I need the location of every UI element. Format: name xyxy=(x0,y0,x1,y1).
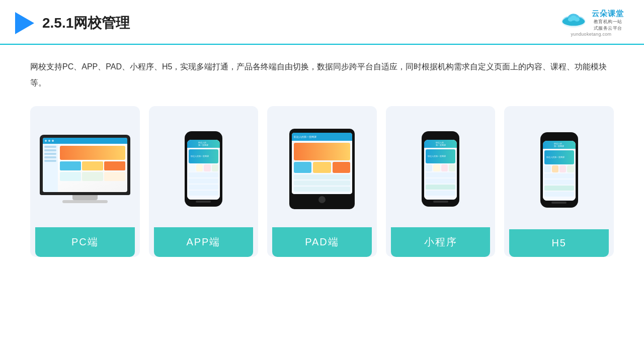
pc-card-3 xyxy=(104,161,125,170)
miniapp-notch xyxy=(435,135,447,138)
tablet-banner xyxy=(294,143,350,160)
h5-list-3 xyxy=(544,186,574,191)
h5-icon-1 xyxy=(544,165,551,172)
miniapp-banner: 职达人的第一堂网课 xyxy=(426,149,455,163)
h5-icon-2 xyxy=(552,165,558,172)
card-label-h5: H5 xyxy=(509,229,609,257)
pc-sidebar-item xyxy=(44,156,56,158)
phone-icon-4 xyxy=(212,164,218,171)
pc-cards-mock xyxy=(60,161,125,170)
tablet-list-3 xyxy=(294,187,350,192)
phone-list-4 xyxy=(189,191,218,196)
phone-notch xyxy=(197,135,209,138)
pad-tablet: 职达人的第一堂网课 xyxy=(289,129,355,209)
pc-main-area xyxy=(43,144,127,192)
miniapp-icons-row xyxy=(426,164,455,171)
logo-area: 云朵课堂 教育机构一站式服务云平台 yunduoketang.com xyxy=(558,9,624,37)
tablet-card-1 xyxy=(294,162,311,173)
tablet-topbar-text: 职达人的第一堂网课 xyxy=(294,135,316,138)
miniapp-content: 职达人的第一堂网课 xyxy=(424,148,457,200)
phone-banner-inner: 职达人的第一堂网课 xyxy=(191,155,209,157)
pc-stand xyxy=(72,195,98,200)
miniapp-list-2 xyxy=(426,178,455,184)
tablet-list xyxy=(294,174,350,192)
phone-list-2 xyxy=(189,178,218,184)
miniapp-phone: 职达人的第一堂网课 职达人的第一堂网课 xyxy=(422,131,459,207)
pc-sidebar-item xyxy=(44,146,56,148)
h5-icons-row xyxy=(544,165,574,172)
pc-card-2 xyxy=(82,161,103,170)
pc-device-area xyxy=(35,115,135,227)
h5-list-1 xyxy=(544,173,574,178)
tablet-list-2 xyxy=(294,180,350,186)
phone-icon-1 xyxy=(189,164,195,171)
pc-sidebar-item xyxy=(44,153,56,155)
h5-list-4 xyxy=(544,192,574,197)
pc-content-area xyxy=(58,144,127,192)
phone-screen: 职达人的第一堂网课 职达人的第一堂网课 xyxy=(187,140,220,200)
miniapp-list-4 xyxy=(426,191,455,196)
cards-row: PC端 职达人的第一堂网课 职达人的第一堂网课 xyxy=(30,106,614,257)
logo-url: yunduoketang.com xyxy=(571,32,612,37)
h5-notch xyxy=(553,136,565,139)
h5-content: 职达人的第一堂网课 xyxy=(543,149,576,201)
miniapp-list-1 xyxy=(426,172,455,177)
tablet-card-2 xyxy=(313,162,331,173)
pc-card-4 xyxy=(60,172,81,181)
phone-topbar: 职达人的第一堂网课 xyxy=(187,140,220,148)
pc-dot-1 xyxy=(45,140,47,142)
pc-dot-3 xyxy=(52,140,54,142)
tablet-home-btn xyxy=(318,196,326,203)
h5-icon-3 xyxy=(559,165,566,172)
pc-screen-content xyxy=(43,138,127,192)
logo-brand: 云朵课堂 xyxy=(592,9,624,19)
card-pad: 职达人的第一堂网课 xyxy=(267,106,377,257)
miniapp-screen: 职达人的第一堂网课 职达人的第一堂网课 xyxy=(424,140,457,200)
main-content: 网校支持PC、APP、PAD、小程序、H5，实现多端打通，产品各终端自由切换，数… xyxy=(0,45,644,267)
header-left: 2.5.1网校管理 xyxy=(15,12,130,34)
phone-banner: 职达人的第一堂网课 xyxy=(189,149,218,163)
cloud-icon xyxy=(558,12,589,30)
phone-list-1 xyxy=(189,172,218,177)
app-device-area: 职达人的第一堂网课 职达人的第一堂网课 xyxy=(154,115,254,227)
card-label-miniapp: 小程序 xyxy=(391,227,491,257)
pc-sidebar-item xyxy=(44,149,56,151)
miniapp-home-bar xyxy=(433,201,448,203)
phone-icon-3 xyxy=(204,164,210,171)
header: 2.5.1网校管理 云朵课堂 教育机构一站式服务云平台 yu xyxy=(0,0,644,45)
pc-screen-outer xyxy=(40,135,130,195)
logo-tagline: 教育机构一站式服务云平台 xyxy=(592,19,624,32)
pc-sidebar-item xyxy=(44,160,56,162)
phone-icons-row xyxy=(189,164,218,171)
pc-topbar xyxy=(43,138,127,144)
pc-screen-inner xyxy=(43,138,127,192)
card-label-pc: PC端 xyxy=(35,227,135,257)
phone-list-3 xyxy=(189,185,218,190)
card-app: 职达人的第一堂网课 职达人的第一堂网课 xyxy=(149,106,259,257)
miniapp-topbar: 职达人的第一堂网课 xyxy=(424,140,457,148)
card-pc: PC端 xyxy=(30,106,140,257)
miniapp-icon-2 xyxy=(433,164,440,171)
pc-card-1 xyxy=(60,161,81,170)
miniapp-device-area: 职达人的第一堂网课 职达人的第一堂网课 xyxy=(391,115,491,227)
phone-content: 职达人的第一堂网课 xyxy=(187,148,220,200)
page-title: 2.5.1网校管理 xyxy=(42,14,130,33)
h5-topbar: 职达人的第一堂网课 xyxy=(543,141,576,149)
pc-monitor xyxy=(40,135,130,203)
h5-home-bar xyxy=(551,202,567,204)
miniapp-icon-3 xyxy=(441,164,448,171)
pc-base xyxy=(62,200,108,203)
svg-point-9 xyxy=(575,17,580,22)
miniapp-icon-4 xyxy=(449,164,455,171)
h5-screen: 职达人的第一堂网课 职达人的第一堂网课 xyxy=(543,141,576,201)
phone-topbar-text: 职达人的第一堂网课 xyxy=(198,141,208,146)
h5-list-2 xyxy=(544,179,574,185)
phone-icon-2 xyxy=(196,164,203,171)
pc-card-5 xyxy=(82,172,103,181)
phone-home-bar xyxy=(196,201,211,203)
description-text: 网校支持PC、APP、PAD、小程序、H5，实现多端打通，产品各终端自由切换，数… xyxy=(30,59,614,91)
tablet-cards xyxy=(294,162,350,173)
tablet-content xyxy=(292,141,352,194)
miniapp-topbar-text: 职达人的第一堂网课 xyxy=(436,141,446,146)
tablet-screen: 职达人的第一堂网课 xyxy=(292,133,352,194)
